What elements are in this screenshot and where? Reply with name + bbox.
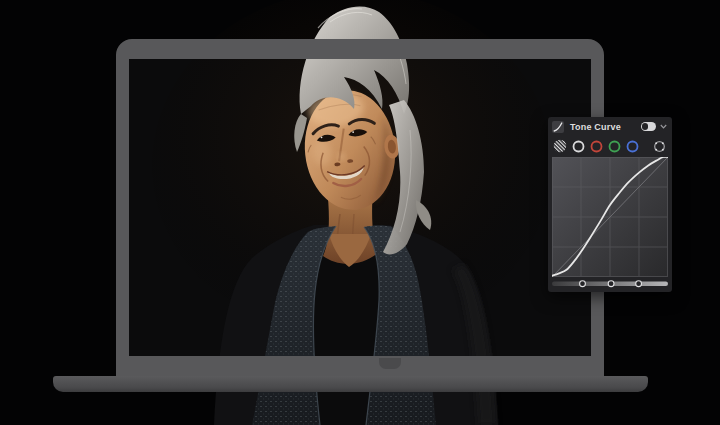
tone-curve-icon [552, 121, 564, 133]
green-channel-button[interactable] [608, 140, 621, 153]
chevron-down-icon[interactable] [660, 124, 667, 129]
panel-enable-toggle[interactable] [641, 122, 656, 131]
page-root: Tone Curve [0, 0, 720, 425]
laptop-base [53, 376, 648, 392]
curve-graph[interactable] [552, 157, 668, 277]
laptop-hinge-notch [379, 358, 401, 369]
toggle-knob [642, 123, 648, 129]
edit-point-curve-button[interactable] [653, 140, 666, 153]
region-handle-1[interactable] [608, 281, 614, 287]
panel-title: Tone Curve [570, 122, 621, 132]
red-channel-button[interactable] [590, 140, 603, 153]
channel-selector-row [548, 136, 672, 156]
tone-curve-panel: Tone Curve [548, 117, 672, 292]
tone-curve-header: Tone Curve [548, 117, 672, 136]
region-handle-2[interactable] [636, 281, 642, 287]
region-split-slider [552, 277, 668, 292]
region-handle-0[interactable] [580, 281, 586, 287]
blue-channel-button[interactable] [626, 140, 639, 153]
parametric-curve-button[interactable] [553, 139, 567, 153]
all-channels-button[interactable] [572, 140, 585, 153]
